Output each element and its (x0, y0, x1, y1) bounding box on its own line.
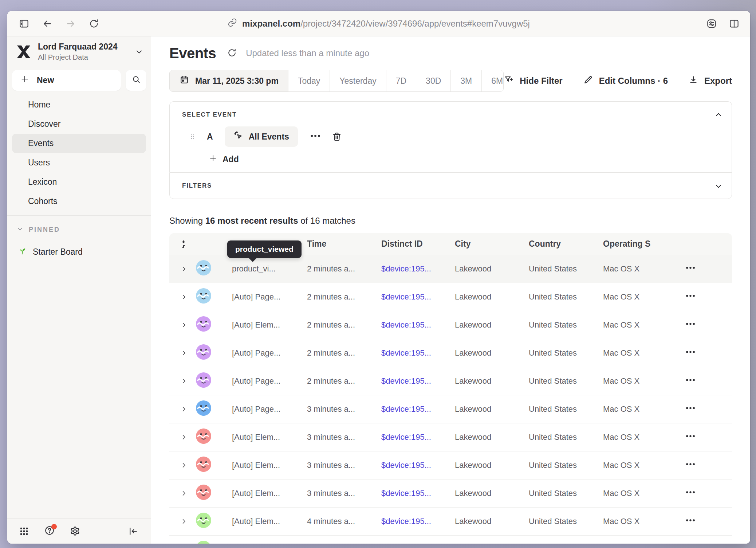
expand-row-icon[interactable] (180, 434, 188, 441)
sidebar-item-label: Lexicon (28, 177, 57, 187)
expand-row-icon[interactable] (180, 490, 188, 497)
expand-row-icon[interactable] (180, 406, 188, 413)
collapse-sidebar-icon[interactable] (127, 525, 139, 537)
table-row[interactable]: [Auto] Page...2 minutes a...$device:195.… (169, 339, 732, 367)
customize-toolbar-icon[interactable] (706, 18, 717, 30)
row-menu-button[interactable] (684, 374, 697, 388)
row-menu-button[interactable] (684, 514, 697, 529)
cell-distinct-id[interactable]: $device:195... (381, 432, 455, 442)
cell-country: United States (529, 461, 603, 470)
cell-time: 4 minutes a... (307, 517, 381, 526)
event-selector-chip[interactable]: All Events (225, 126, 298, 147)
row-menu-button[interactable] (684, 430, 697, 445)
date-preset-today[interactable]: Today (288, 70, 330, 91)
expand-row-icon[interactable] (180, 518, 188, 525)
split-view-icon[interactable] (728, 18, 740, 30)
cell-distinct-id[interactable]: $device:195... (381, 404, 455, 414)
cell-distinct-id[interactable]: $device:195... (381, 264, 455, 274)
cell-distinct-id[interactable]: $device:195... (381, 517, 455, 526)
table-row[interactable]: [Auto] Elem...4 minutes a...$device:195.… (169, 508, 732, 536)
edit-columns-label: Edit Columns · 6 (599, 76, 668, 86)
table-row[interactable]: [Auto] Elem...3 minutes a...$device:195.… (169, 480, 732, 508)
cell-distinct-id[interactable]: $device:195... (381, 461, 455, 470)
table-row[interactable]: [Auto] Elem...4 minutes a...$device:195.… (169, 536, 732, 544)
date-preset-yesterday[interactable]: Yesterday (330, 70, 386, 91)
chevron-down-icon[interactable] (714, 182, 723, 191)
row-menu-button[interactable] (684, 486, 697, 501)
refresh-icon[interactable] (227, 48, 238, 59)
table-row[interactable]: [Auto] Page...2 minutes a...$device:195.… (169, 283, 732, 311)
sidebar-item-cohorts[interactable]: Cohorts (12, 192, 146, 211)
date-preset-6m[interactable]: 6M (482, 70, 504, 91)
table-row[interactable]: [Auto] Elem...2 minutes a...$device:195.… (169, 311, 732, 339)
date-preset-7d[interactable]: 7D (386, 70, 416, 91)
table-row[interactable]: [Auto] Elem...3 minutes a...$device:195.… (169, 451, 732, 480)
cell-distinct-id[interactable]: $device:195... (381, 292, 455, 302)
export-button[interactable]: Export (688, 75, 732, 87)
table-row[interactable]: [Auto] Page...2 minutes a...$device:195.… (169, 367, 732, 395)
workspace-subtitle: All Project Data (38, 53, 118, 62)
sidebar-item-lexicon[interactable]: Lexicon (12, 172, 146, 192)
help-icon[interactable] (44, 525, 55, 537)
sidebar-toggle-icon[interactable] (18, 18, 30, 30)
event-more-icon[interactable] (309, 129, 322, 144)
sidebar-item-discover[interactable]: Discover (12, 114, 146, 134)
column-header-country[interactable]: Country (529, 239, 603, 249)
sidebar-item-starter-board[interactable]: Starter Board (7, 234, 151, 258)
forward-icon[interactable] (65, 18, 76, 30)
expand-row-icon[interactable] (180, 321, 188, 329)
cell-distinct-id[interactable]: $device:195... (381, 348, 455, 358)
row-menu-button[interactable] (684, 402, 697, 416)
settings-gear-icon[interactable] (69, 525, 81, 537)
column-header-time[interactable]: Time (307, 239, 381, 249)
date-range-current[interactable]: Mar 11, 2025 3:30 pm (170, 70, 288, 91)
column-header-city[interactable]: City (455, 239, 529, 249)
column-header-operating-s[interactable]: Operating S (603, 239, 684, 249)
chevron-up-icon[interactable] (714, 110, 723, 119)
row-menu-button[interactable] (684, 290, 697, 304)
edit-columns-button[interactable]: Edit Columns · 6 (583, 75, 668, 87)
filters-header: FILTERS (182, 182, 212, 189)
expand-row-icon[interactable] (180, 349, 188, 357)
sidebar-item-home[interactable]: Home (12, 95, 146, 114)
date-range-label: Mar 11, 2025 3:30 pm (195, 76, 279, 86)
expand-row-icon[interactable] (180, 462, 188, 469)
row-menu-button[interactable] (684, 346, 697, 360)
events-table: product_viewed TimeDistinct IDCityCountr… (169, 233, 732, 544)
expand-row-icon[interactable] (180, 377, 188, 385)
search-button[interactable] (126, 70, 146, 91)
row-menu-button[interactable] (684, 458, 697, 473)
url-text: mixpanel.com/project/3472420/view/397469… (242, 19, 530, 29)
reload-icon[interactable] (88, 18, 100, 30)
table-row[interactable]: [Auto] Page...3 minutes a...$device:195.… (169, 395, 732, 423)
row-menu-button[interactable] (684, 318, 697, 332)
cell-time: 3 minutes a... (307, 461, 381, 470)
apps-grid-icon[interactable] (18, 525, 30, 537)
table-row[interactable]: [Auto] Elem...3 minutes a...$device:195.… (169, 423, 732, 451)
date-preset-30d[interactable]: 30D (416, 70, 451, 91)
expand-row-icon[interactable] (180, 293, 188, 301)
new-button[interactable]: New (12, 70, 121, 91)
cell-distinct-id[interactable]: $device:195... (381, 320, 455, 330)
sidebar-item-events[interactable]: Events (12, 134, 146, 153)
cell-distinct-id[interactable]: $device:195... (381, 489, 455, 498)
hide-filter-button[interactable]: Hide Filter (504, 75, 562, 87)
column-header-distinct-id[interactable]: Distinct ID (381, 239, 455, 249)
add-event-button[interactable]: Add (209, 154, 239, 165)
row-menu-button[interactable] (684, 262, 697, 276)
expand-row-icon[interactable] (180, 265, 188, 273)
back-icon[interactable] (42, 18, 53, 30)
sidebar-item-users[interactable]: Users (12, 153, 146, 172)
avatar (196, 540, 232, 544)
trash-icon[interactable] (331, 131, 342, 142)
workspace-switcher[interactable]: Lord Farquaad 2024 All Project Data (7, 36, 151, 62)
drag-handle-icon[interactable] (189, 131, 197, 142)
row-menu-button[interactable] (684, 542, 697, 544)
cell-city: Lakewood (455, 489, 529, 498)
pinned-section-header[interactable]: PINNED (7, 216, 151, 234)
address-bar[interactable]: mixpanel.com/project/3472420/view/397469… (228, 11, 530, 36)
fold-rows-icon[interactable] (179, 239, 188, 250)
date-preset-3m[interactable]: 3M (451, 70, 482, 91)
cell-distinct-id[interactable]: $device:195... (381, 376, 455, 386)
chevron-down-icon (16, 225, 24, 234)
